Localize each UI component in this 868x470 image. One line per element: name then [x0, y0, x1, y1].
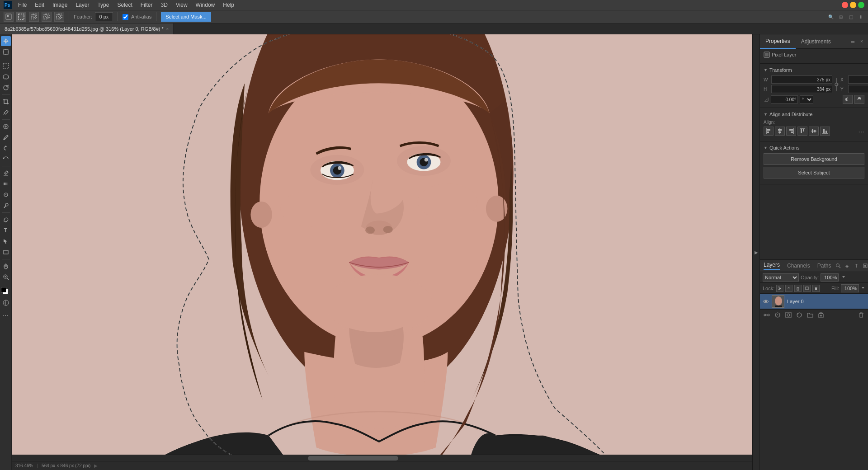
- intersect-selection-btn[interactable]: [54, 12, 64, 22]
- canvas-container[interactable]: [12, 34, 752, 455]
- angle-input[interactable]: [771, 95, 798, 103]
- search-icon[interactable]: 🔍: [827, 13, 835, 20]
- layer-styles-btn[interactable]: ƒ: [774, 311, 782, 319]
- panel-menu-btn[interactable]: ☰: [849, 38, 856, 45]
- type-tool[interactable]: T: [1, 226, 11, 235]
- transform-header[interactable]: ▼ Transform: [764, 67, 864, 73]
- align-h-centers-btn[interactable]: [775, 127, 785, 136]
- align-bottom-edges-btn[interactable]: [820, 127, 830, 136]
- pen-tool[interactable]: [1, 215, 11, 225]
- opacity-arrow[interactable]: [841, 274, 846, 281]
- paths-tab[interactable]: Paths: [817, 263, 831, 269]
- status-arrow[interactable]: ▶: [94, 463, 98, 468]
- filter-by-pixel-icon[interactable]: [862, 262, 868, 269]
- layer-visibility-icon[interactable]: [763, 298, 769, 305]
- layers-tab[interactable]: Layers: [764, 262, 780, 270]
- feather-input[interactable]: [95, 12, 113, 21]
- channels-tab[interactable]: Channels: [787, 263, 810, 269]
- eraser-tool[interactable]: [1, 168, 11, 178]
- menu-view[interactable]: View: [172, 1, 191, 9]
- history-brush-tool[interactable]: [1, 154, 11, 164]
- arrange-icon[interactable]: ⊞: [837, 13, 844, 20]
- remove-background-button[interactable]: Remove Background: [764, 153, 864, 165]
- window-close-btn[interactable]: [842, 2, 848, 8]
- filter-by-text-icon[interactable]: T: [853, 262, 860, 269]
- menu-filter[interactable]: Filter: [137, 1, 156, 9]
- flip-v-btn[interactable]: [854, 95, 864, 104]
- rectangular-marquee-tool[interactable]: [1, 61, 11, 71]
- height-input[interactable]: [771, 85, 832, 93]
- y-input[interactable]: [848, 85, 868, 93]
- menu-edit[interactable]: Edit: [31, 1, 48, 9]
- gradient-tool[interactable]: [1, 179, 11, 189]
- eyedropper-tool[interactable]: [1, 108, 11, 118]
- lock-transparent-btn[interactable]: [776, 285, 783, 292]
- window-minimize-btn[interactable]: [850, 2, 856, 8]
- subtract-selection-btn[interactable]: [42, 12, 52, 22]
- align-header[interactable]: ▼ Align and Distribute: [764, 112, 864, 117]
- x-input[interactable]: [848, 75, 868, 84]
- new-fill-adjustment-btn[interactable]: [795, 311, 803, 319]
- filter-by-type-icon[interactable]: ◈: [844, 262, 851, 269]
- more-tools-btn[interactable]: …: [1, 309, 11, 319]
- quick-actions-header[interactable]: ▼ Quick Actions: [764, 145, 864, 150]
- document-tab[interactable]: 8a2b6385af57bbc85690fed48431d255.jpg @ 3…: [0, 24, 174, 34]
- horizontal-scrollbar[interactable]: [12, 455, 752, 461]
- dodge-tool[interactable]: [1, 201, 11, 211]
- menu-file[interactable]: File: [14, 1, 30, 9]
- angle-unit-select[interactable]: °: [800, 95, 813, 103]
- opacity-input[interactable]: [821, 273, 839, 282]
- align-v-centers-btn[interactable]: [809, 127, 819, 136]
- add-mask-btn[interactable]: [784, 311, 793, 319]
- lock-all-btn[interactable]: [812, 285, 820, 292]
- zoom-tool[interactable]: [1, 272, 11, 282]
- zoom-icon[interactable]: ◫: [847, 13, 854, 20]
- tab-properties[interactable]: Properties: [760, 34, 796, 49]
- delete-layer-btn[interactable]: [857, 311, 865, 319]
- menu-type[interactable]: Type: [94, 1, 113, 9]
- new-selection-btn[interactable]: [16, 12, 26, 22]
- quick-selection-tool[interactable]: [1, 83, 11, 93]
- menu-help[interactable]: Help: [219, 1, 238, 9]
- rectangle-tool[interactable]: [1, 247, 11, 257]
- select-subject-button[interactable]: Select Subject: [764, 167, 864, 179]
- menu-3d[interactable]: 3D: [157, 1, 171, 9]
- tool-preset-btn[interactable]: [4, 12, 14, 22]
- move-tool[interactable]: [1, 36, 11, 46]
- share-icon[interactable]: ⬆: [857, 13, 864, 20]
- new-layer-btn[interactable]: [817, 311, 825, 319]
- align-right-edges-btn[interactable]: [786, 127, 796, 136]
- constrain-proportions-icon[interactable]: [834, 77, 839, 92]
- menu-image[interactable]: Image: [49, 1, 71, 9]
- layers-search-icon[interactable]: [835, 262, 842, 269]
- hand-tool[interactable]: [1, 261, 11, 271]
- path-selection-tool[interactable]: [1, 236, 11, 246]
- align-more-btn[interactable]: …: [858, 127, 864, 136]
- h-scroll-thumb[interactable]: [308, 456, 398, 461]
- lasso-tool[interactable]: [1, 72, 11, 82]
- quick-mask-btn[interactable]: [1, 298, 11, 308]
- add-selection-btn[interactable]: [29, 12, 39, 22]
- tab-close-btn[interactable]: ×: [166, 27, 169, 31]
- lock-image-pixels-btn[interactable]: [785, 285, 793, 292]
- crop-tool[interactable]: [1, 97, 11, 107]
- panel-close-btn[interactable]: ×: [858, 38, 865, 45]
- flip-h-btn[interactable]: [843, 95, 853, 104]
- clone-stamp-tool[interactable]: [1, 143, 11, 153]
- align-left-edges-btn[interactable]: [764, 127, 774, 136]
- menu-window[interactable]: Window: [192, 1, 219, 9]
- layer-item[interactable]: Layer 0: [760, 294, 868, 309]
- panel-collapse-btn[interactable]: ▶: [752, 34, 760, 470]
- tab-adjustments[interactable]: Adjustments: [796, 34, 836, 49]
- select-and-mask-button[interactable]: Select and Mask...: [161, 12, 211, 22]
- blur-tool[interactable]: [1, 190, 11, 200]
- window-maximize-btn[interactable]: [858, 2, 864, 8]
- align-top-edges-btn[interactable]: [797, 127, 807, 136]
- menu-layer[interactable]: Layer: [72, 1, 93, 9]
- lock-position-btn[interactable]: [794, 285, 802, 292]
- lock-artboard-btn[interactable]: [803, 285, 811, 292]
- menu-select[interactable]: Select: [113, 1, 136, 9]
- healing-brush-tool[interactable]: [1, 122, 11, 132]
- fill-input[interactable]: [841, 284, 859, 292]
- fill-arrow[interactable]: [861, 285, 865, 291]
